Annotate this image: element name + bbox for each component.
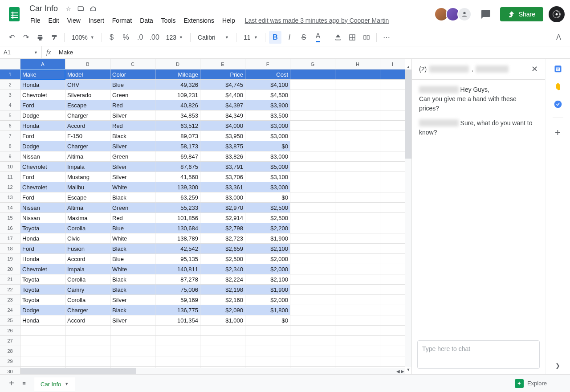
cell[interactable]: Corolla bbox=[65, 274, 110, 285]
cell[interactable]: 89,073 bbox=[155, 131, 200, 141]
cell[interactable]: Ford bbox=[20, 131, 65, 141]
cell[interactable] bbox=[380, 192, 405, 203]
cell[interactable]: $2,224 bbox=[200, 274, 245, 285]
cell[interactable]: Ford bbox=[20, 244, 65, 254]
cell[interactable] bbox=[335, 141, 380, 151]
cell[interactable]: Mustang bbox=[65, 172, 110, 182]
cell[interactable] bbox=[290, 69, 335, 80]
cell[interactable]: 87,278 bbox=[155, 274, 200, 285]
cell[interactable]: $2,500 bbox=[200, 254, 245, 264]
column-header[interactable]: A bbox=[20, 59, 65, 69]
cell[interactable] bbox=[290, 244, 335, 254]
cell[interactable] bbox=[335, 233, 380, 244]
all-sheets-icon[interactable]: ≡ bbox=[18, 377, 30, 390]
cell[interactable]: Red bbox=[110, 213, 155, 223]
row-header[interactable]: 9 bbox=[0, 151, 20, 162]
cell[interactable] bbox=[335, 305, 380, 315]
cell[interactable]: 42,542 bbox=[155, 244, 200, 254]
row-header[interactable]: 14 bbox=[0, 203, 20, 213]
cell[interactable] bbox=[335, 285, 380, 295]
zoom-select[interactable]: 100%▼ bbox=[68, 32, 98, 43]
cell[interactable]: Chevrolet bbox=[20, 162, 65, 172]
cell[interactable] bbox=[335, 326, 380, 336]
cell[interactable]: Green bbox=[110, 90, 155, 100]
cell[interactable]: $3,000 bbox=[245, 131, 290, 141]
cell[interactable] bbox=[20, 346, 65, 356]
more-icon[interactable]: ⋯ bbox=[380, 31, 393, 44]
row-header[interactable]: 3 bbox=[0, 90, 20, 100]
cell[interactable]: Honda bbox=[20, 315, 65, 326]
cell[interactable]: $2,198 bbox=[200, 285, 245, 295]
row-header[interactable]: 12 bbox=[0, 182, 20, 192]
cell[interactable]: Dodge bbox=[20, 305, 65, 315]
collapse-toolbar-icon[interactable]: ᐱ bbox=[552, 31, 565, 44]
cell[interactable] bbox=[245, 356, 290, 367]
avatar-anon[interactable] bbox=[457, 7, 472, 21]
cell[interactable] bbox=[110, 336, 155, 346]
cell[interactable]: 63,512 bbox=[155, 121, 200, 131]
cell[interactable] bbox=[380, 295, 405, 305]
cell[interactable]: Corolla bbox=[65, 295, 110, 305]
row-header[interactable]: 30 bbox=[0, 367, 20, 374]
cell[interactable]: Charger bbox=[65, 305, 110, 315]
cell[interactable]: Green bbox=[110, 203, 155, 213]
cell[interactable] bbox=[290, 254, 335, 264]
cell[interactable] bbox=[290, 264, 335, 274]
cell[interactable] bbox=[290, 151, 335, 162]
cell[interactable]: Chevrolet bbox=[20, 264, 65, 274]
merge-icon[interactable] bbox=[360, 31, 373, 44]
cell[interactable]: Charger bbox=[65, 110, 110, 121]
cell[interactable]: Ford bbox=[20, 172, 65, 182]
cell[interactable]: Accord bbox=[65, 254, 110, 264]
cell[interactable] bbox=[335, 315, 380, 326]
cell[interactable] bbox=[335, 356, 380, 367]
cell[interactable] bbox=[20, 326, 65, 336]
cell[interactable]: $2,200 bbox=[245, 223, 290, 233]
cell[interactable]: Nissan bbox=[20, 213, 65, 223]
paint-format-icon[interactable] bbox=[48, 31, 61, 44]
row-header[interactable]: 19 bbox=[0, 254, 20, 264]
cell[interactable]: Nissan bbox=[20, 151, 65, 162]
cell[interactable] bbox=[380, 203, 405, 213]
cell[interactable] bbox=[335, 69, 380, 80]
cell[interactable]: $2,100 bbox=[245, 244, 290, 254]
cell[interactable]: Honda bbox=[20, 254, 65, 264]
row-header[interactable]: 5 bbox=[0, 110, 20, 121]
cell[interactable]: Silver bbox=[110, 295, 155, 305]
cell[interactable]: $3,000 bbox=[200, 192, 245, 203]
cell[interactable]: $1,000 bbox=[200, 315, 245, 326]
cell[interactable]: $3,875 bbox=[200, 141, 245, 151]
cell[interactable] bbox=[200, 346, 245, 356]
cell[interactable]: 58,173 bbox=[155, 141, 200, 151]
column-header[interactable]: B bbox=[65, 59, 110, 69]
cell[interactable]: Black bbox=[110, 244, 155, 254]
doc-title[interactable]: Car Info bbox=[27, 3, 61, 14]
cell[interactable]: Red bbox=[110, 121, 155, 131]
cell[interactable] bbox=[290, 233, 335, 244]
cell[interactable]: $1,900 bbox=[245, 285, 290, 295]
cell[interactable]: Escape bbox=[65, 100, 110, 110]
currency-icon[interactable]: $ bbox=[106, 31, 118, 44]
cell[interactable]: Red bbox=[110, 100, 155, 110]
cell[interactable]: $2,500 bbox=[245, 203, 290, 213]
row-header[interactable]: 16 bbox=[0, 223, 20, 233]
cell[interactable] bbox=[335, 274, 380, 285]
cell[interactable]: Camry bbox=[65, 285, 110, 295]
cell[interactable] bbox=[380, 274, 405, 285]
cell[interactable]: Dodge bbox=[20, 141, 65, 151]
row-header[interactable]: 7 bbox=[0, 131, 20, 141]
cell[interactable] bbox=[290, 141, 335, 151]
row-header[interactable]: 20 bbox=[0, 264, 20, 274]
cell[interactable]: $2,000 bbox=[245, 264, 290, 274]
cell[interactable] bbox=[335, 131, 380, 141]
cell[interactable]: $4,000 bbox=[200, 121, 245, 131]
cell[interactable] bbox=[200, 336, 245, 346]
cell[interactable]: $1,900 bbox=[245, 233, 290, 244]
spreadsheet-grid[interactable]: ABCDEFGHI1MakeModelColorMileagePriceCost… bbox=[0, 59, 411, 374]
cell[interactable]: Altima bbox=[65, 203, 110, 213]
cell[interactable]: Model bbox=[65, 69, 110, 80]
row-header[interactable]: 18 bbox=[0, 244, 20, 254]
fx-icon[interactable]: fx bbox=[42, 49, 55, 56]
cell[interactable] bbox=[65, 346, 110, 356]
column-header[interactable]: E bbox=[200, 59, 245, 69]
